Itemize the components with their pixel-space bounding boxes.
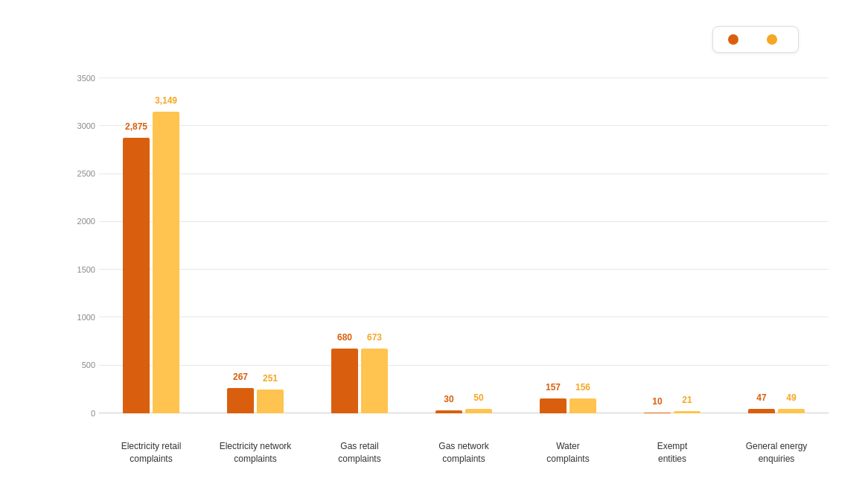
- bar-label-oct-2: 680: [337, 332, 352, 343]
- bar-label-jul-5: 21: [682, 395, 692, 405]
- bar-jul-2: 673: [361, 349, 388, 413]
- bars-pair: 1021: [644, 411, 701, 413]
- x-label-1: Electricity networkcomplaints: [211, 440, 300, 465]
- bar-oct-0: 2,875: [123, 138, 150, 413]
- y-axis-label: 3000: [77, 121, 95, 130]
- bar-group: 2,8753,149: [123, 112, 179, 413]
- bar-jul-5: 21: [674, 411, 701, 413]
- bar-group: 4749: [748, 409, 805, 413]
- bar-jul-0: 3,149: [153, 112, 179, 413]
- bars-pair: 2,8753,149: [123, 112, 179, 413]
- legend-item-jul: [767, 34, 783, 45]
- legend-dot-jul: [767, 34, 777, 45]
- bar-label-oct-3: 30: [444, 394, 453, 404]
- bars-pair: 4749: [748, 409, 805, 413]
- bar-oct-4: 157: [540, 398, 567, 413]
- x-label-4: Watercomplaints: [523, 440, 613, 465]
- chart-legend: [712, 26, 799, 53]
- bars-pair: 267251: [227, 388, 284, 413]
- bar-label-jul-3: 50: [473, 392, 483, 403]
- bar-label-jul-0: 3,149: [155, 95, 177, 106]
- legend-dot-oct: [728, 34, 738, 45]
- bar-group: 680673: [331, 349, 388, 413]
- y-axis-label: 0: [91, 409, 95, 418]
- bar-oct-6: 47: [748, 409, 775, 413]
- legend-item-oct: [728, 34, 744, 45]
- x-label-2: Gas retailcomplaints: [315, 440, 404, 465]
- y-axis-label: 3500: [77, 74, 95, 83]
- chart-area: 0500100015002000250030003500 2,8753,1492…: [69, 78, 829, 465]
- y-axis-label: 1000: [77, 313, 95, 322]
- bar-oct-1: 267: [227, 388, 254, 413]
- x-label-0: Electricity retailcomplaints: [106, 440, 196, 465]
- bar-group: 1021: [644, 411, 701, 413]
- y-axis-label: 1500: [77, 265, 95, 274]
- bar-jul-1: 251: [257, 390, 284, 413]
- bars-pair: 3050: [435, 409, 492, 413]
- bar-oct-3: 30: [435, 410, 462, 413]
- bar-label-jul-6: 49: [786, 392, 796, 403]
- bar-jul-6: 49: [778, 409, 805, 413]
- bar-label-oct-4: 157: [546, 382, 561, 392]
- bars-row: 2,8753,149267251680673305015715610214749: [99, 78, 829, 413]
- bars-pair: 157156: [540, 398, 596, 413]
- bar-jul-3: 50: [465, 409, 492, 413]
- bar-oct-2: 680: [331, 349, 358, 413]
- y-axis-label: 2000: [77, 217, 95, 226]
- x-axis-labels: Electricity retailcomplaintsElectricity …: [99, 440, 829, 465]
- bar-label-jul-2: 673: [367, 332, 382, 343]
- bar-label-jul-1: 251: [263, 373, 278, 384]
- bar-label-oct-5: 10: [652, 396, 662, 407]
- bar-group: 267251: [227, 388, 284, 413]
- bar-label-oct-6: 47: [756, 392, 766, 403]
- chart-container: 0500100015002000250030003500 2,8753,1492…: [25, 19, 843, 480]
- bar-label-oct-0: 2,875: [125, 121, 147, 132]
- bar-group: 157156: [540, 398, 596, 413]
- x-label-6: General energyenquiries: [732, 440, 821, 465]
- bar-jul-4: 156: [569, 398, 596, 413]
- y-axis-label: 500: [82, 360, 95, 369]
- y-axis-label: 2500: [77, 169, 95, 178]
- x-label-3: Gas networkcomplaints: [419, 440, 508, 465]
- bar-oct-5: 10: [644, 413, 671, 413]
- x-label-5: Exemptentities: [628, 440, 717, 465]
- bars-pair: 680673: [331, 349, 388, 413]
- bar-group: 3050: [435, 409, 492, 413]
- bar-label-jul-4: 156: [575, 382, 590, 392]
- bar-label-oct-1: 267: [233, 372, 248, 382]
